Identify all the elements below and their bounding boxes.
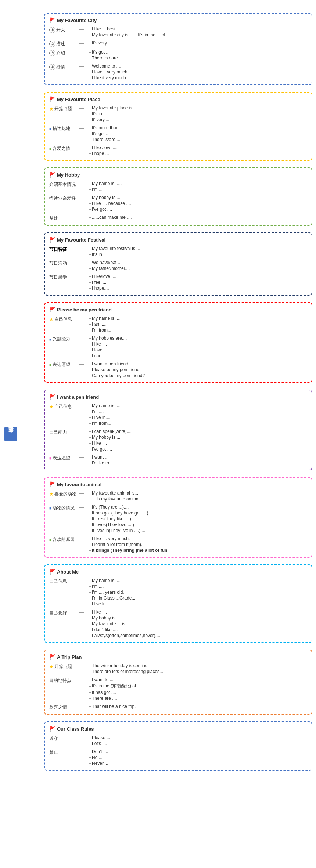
leaf-my-favourite-animal-1-4: It lives in(They live in ....)....	[89, 528, 153, 534]
branch-label-i-want-a-pen-friend-0: ★自己信息	[49, 403, 79, 410]
leaf-my-favourite-place-0-2: It' very....	[89, 117, 138, 123]
leaf-my-favourite-animal-2-1: I learnt a lot from it(them).	[89, 542, 169, 547]
leaf-my-favourite-festival-2-1: I feel ....	[89, 279, 116, 285]
branch-label-a-trip-plan-2: 欣喜之情	[49, 704, 79, 710]
branch-i-want-a-pen-friend-2: ■表达愿望I want ....I'd like to....	[49, 454, 307, 466]
leaf-my-favourite-city-3-0: Welcome to ....	[89, 63, 129, 69]
branch-label-my-favourite-animal-1: ■动物的情况	[49, 504, 79, 511]
branch-label-my-hobby-2: 益处	[49, 214, 79, 221]
leaf-my-hobby-1-2: I've got ....	[89, 206, 131, 212]
leaf-our-class-rules-1-1: No....	[89, 755, 108, 760]
leaf-i-want-a-pen-friend-0-1: I'm ....	[89, 409, 121, 415]
branch-label-my-favourite-city-3: ④抒情	[49, 63, 79, 70]
section-label: My Favourite City	[57, 18, 97, 23]
section-title-i-want-a-pen-friend: 🚩 I want a pen friend	[49, 394, 307, 400]
branch-my-favourite-animal-0: ★喜爱的动物My favourite animal is........is m…	[49, 490, 307, 502]
section-label: My Favourite Festival	[57, 237, 105, 243]
leaf-please-be-my-pen-friend-1-3: I can....	[89, 353, 127, 359]
leaf-please-be-my-pen-friend-1-1: I like ....	[89, 341, 127, 347]
section-my-favourite-place: 🚩 My Favourite Place★开篇点题My favourite pl…	[44, 92, 312, 161]
section-label: My Hobby	[57, 172, 80, 178]
section-title-our-class-rules: 🚩 Our Class Rules	[49, 726, 307, 732]
branch-label-my-favourite-city-2: ③介绍	[49, 49, 79, 56]
leaf-my-favourite-festival-0-0: My favourite festival is....	[89, 246, 140, 252]
leaf-a-trip-plan-2-0: That will be a nice trip.	[89, 704, 136, 709]
branch-please-be-my-pen-friend-0: ★自己信息My name is ....I am ....I'm from...…	[49, 315, 307, 333]
leaf-a-trip-plan-1-1: It's in the (东南西北) of....	[89, 683, 141, 690]
section-a-trip-plan: 🚩 A Trip Plan★开篇点题The winter holiday is …	[44, 650, 312, 715]
leaf-my-favourite-place-0-0: My favourite place is ....	[89, 105, 138, 111]
branch-a-trip-plan-2: 欣喜之情That will be a nice trip.	[49, 704, 307, 710]
leaf-i-want-a-pen-friend-0-0: My name is ....	[89, 403, 121, 409]
leaf-please-be-my-pen-friend-2-1: Please be my pen friend.	[89, 367, 145, 373]
branch-our-class-rules-0: 遵守Please ....Let's ....	[49, 735, 307, 746]
branch-label-a-trip-plan-0: ★开篇点题	[49, 663, 79, 670]
flag-icon: 🚩	[49, 17, 55, 23]
branch-label-about-me-0: 自己信息	[49, 578, 79, 585]
leaf-i-want-a-pen-friend-1-1: My hobby is ....	[89, 434, 132, 440]
branch-label-my-favourite-place-2: ■喜爱之情	[49, 145, 79, 152]
branch-please-be-my-pen-friend-2: ■表达愿望I want a pen friend.Please be my pe…	[49, 361, 307, 379]
section-i-want-a-pen-friend: 🚩 I want a pen friend★自己信息My name is ...…	[44, 390, 312, 470]
branch-label-please-be-my-pen-friend-2: ■表达愿望	[49, 361, 79, 368]
branch-my-favourite-festival-1: 节日活动We have/eat ....My father/mother....	[49, 260, 307, 271]
section-my-hobby: 🚩 My Hobby介绍基本情况My name is......I'm ...描…	[44, 167, 312, 226]
section-title-please-be-my-pen-friend: 🚩 Please be my pen friend	[49, 307, 307, 312]
leaf-my-favourite-place-2-0: I like /love.....	[89, 145, 118, 151]
branch-i-want-a-pen-friend-0: ★自己信息My name is ....I'm ....I live in...…	[49, 403, 307, 426]
section-title-my-favourite-city: 🚩 My Favourite City	[49, 17, 307, 23]
leaf-our-class-rules-1-0: Don't ....	[89, 749, 108, 755]
branch-my-hobby-0: 介绍基本情况My name is......I'm ...	[49, 181, 307, 192]
leaf-i-want-a-pen-friend-2-0: I want ....	[89, 454, 114, 460]
leaf-my-favourite-festival-2-2: I hope....	[89, 285, 116, 291]
branch-label-about-me-1: 自己爱好	[49, 609, 79, 616]
leaf-my-hobby-2-0: ......can make me ....	[89, 214, 132, 220]
leaf-about-me-1-1: My hobby is ....	[89, 615, 160, 621]
branch-label-my-hobby-1: 描述业余爱好	[49, 195, 79, 202]
flag-icon: 🚩	[49, 726, 55, 732]
leaf-i-want-a-pen-friend-0-2: I live in....	[89, 415, 121, 420]
branch-label-please-be-my-pen-friend-1: ■兴趣能力	[49, 335, 79, 342]
branch-a-trip-plan-1: 目的地特点I want to ....It's in the (东南西北) of…	[49, 677, 307, 701]
section-title-a-trip-plan: 🚩 A Trip Plan	[49, 654, 307, 660]
section-about-me: 🚩 About Me自己信息My name is ....I'm ....I'm…	[44, 564, 312, 643]
branch-my-favourite-festival-0: 节日特征My favourite festival is....It's in	[49, 246, 307, 257]
leaf-about-me-0-3: I'm in Class....Grade....	[89, 595, 137, 601]
leaf-my-favourite-place-0-1: It's in ....	[89, 111, 138, 117]
section-my-favourite-animal: 🚩 My favourite animal★喜爱的动物My favourite …	[44, 477, 312, 558]
leaf-my-favourite-place-2-1: I hope ...	[89, 151, 118, 156]
leaf-my-favourite-city-2-1: There is / are ....	[89, 55, 124, 61]
leaf-my-favourite-animal-1-0: It's (They are....)....	[89, 504, 153, 510]
leaf-i-want-a-pen-friend-2-1: I'd like to....	[89, 460, 114, 466]
branch-my-favourite-animal-1: ■动物的情况It's (They are....)....It has got …	[49, 504, 307, 534]
branch-about-me-0: 自己信息My name is ....I'm ....I'm .... year…	[49, 578, 307, 607]
leaf-my-favourite-animal-2-2: It brings (They bring )me a lot of fun.	[89, 547, 169, 553]
branch-label-please-be-my-pen-friend-0: ★自己信息	[49, 315, 79, 322]
branch-my-favourite-place-1: ■描述此地It's more than ....It's got ...Ther…	[49, 125, 307, 142]
flag-icon: 🚩	[49, 172, 55, 178]
leaf-about-me-1-4: I always(often,sometimes,never)....	[89, 633, 160, 639]
leaf-about-me-0-4: I live in....	[89, 601, 137, 607]
branch-label-i-want-a-pen-friend-2: ■表达愿望	[49, 454, 79, 461]
leaf-a-trip-plan-1-0: I want to ....	[89, 677, 141, 683]
leaf-my-favourite-festival-0-1: It's in	[89, 252, 140, 257]
branch-about-me-1: 自己爱好I like ....My hobby is ....My favour…	[49, 609, 307, 639]
section-label: Please be my pen friend	[57, 307, 112, 312]
section-title-my-hobby: 🚩 My Hobby	[49, 172, 307, 178]
branch-label-my-favourite-festival-0: 节日特征	[49, 246, 79, 253]
leaf-my-favourite-animal-2-0: I like .... very much.	[89, 536, 169, 542]
branch-our-class-rules-1: 禁止Don't ....No....Never....	[49, 749, 307, 766]
leaf-please-be-my-pen-friend-1-0: My hobbies are....	[89, 335, 127, 341]
leaf-please-be-my-pen-friend-1-2: I love ....	[89, 347, 127, 353]
leaf-my-favourite-animal-0-0: My favourite animal is....	[89, 490, 141, 496]
flag-icon: 🚩	[49, 394, 55, 400]
leaf-my-hobby-0-1: I'm ...	[89, 187, 122, 192]
section-title-my-favourite-place: 🚩 My Favourite Place	[49, 96, 307, 102]
leaf-my-hobby-0-0: My name is......	[89, 181, 122, 187]
leaf-about-me-0-2: I'm .... years old.	[89, 589, 137, 595]
branch-my-favourite-festival-2: 节日感受I like/love ....I feel ....I hope...…	[49, 274, 307, 291]
section-my-favourite-city: 🚩 My Favourite City①开头I like ... best.My…	[44, 13, 312, 85]
leaf-my-favourite-city-3-1: I love it very much.	[89, 69, 129, 75]
leaf-please-be-my-pen-friend-0-1: I am ....	[89, 321, 121, 327]
leaf-a-trip-plan-0-0: The winter holiday is coming.	[89, 663, 164, 669]
